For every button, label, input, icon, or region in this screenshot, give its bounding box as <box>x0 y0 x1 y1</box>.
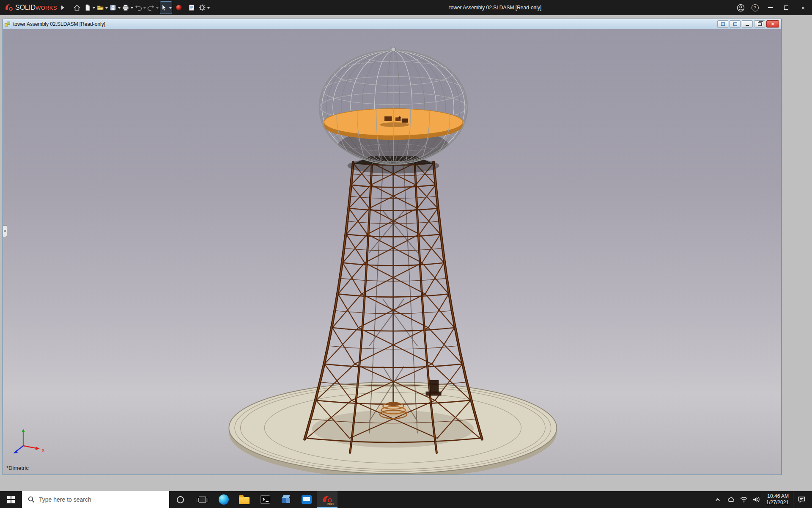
close-icon: × <box>801 4 805 11</box>
network-icon <box>740 497 748 502</box>
taskbar-search[interactable] <box>22 491 169 508</box>
pane-icon <box>733 22 737 26</box>
show-desktop-button[interactable] <box>810 491 812 508</box>
task-view-icon <box>199 497 206 502</box>
mdi-background: tower Assembly 02.SLDASM [Read-only] × <box>0 15 812 491</box>
panel-tab-dot-icon <box>4 230 6 232</box>
doc-minimize-button[interactable] <box>742 20 753 28</box>
start-button[interactable] <box>0 491 22 508</box>
windows-logo-icon <box>7 496 15 503</box>
tray-cloud-button[interactable] <box>725 491 738 508</box>
doc-close-button[interactable]: × <box>766 20 779 28</box>
app-minimize-button[interactable] <box>762 0 778 15</box>
dome-cage <box>319 47 467 166</box>
taskbar-app-solidworks[interactable]: 2021 <box>317 491 337 508</box>
new-document-dropdown-icon[interactable] <box>93 7 95 10</box>
user-account-button[interactable] <box>733 0 748 15</box>
3d-model-view[interactable] <box>3 29 781 475</box>
action-center-button[interactable] <box>793 491 810 508</box>
file-properties-button[interactable] <box>186 1 198 14</box>
redo-icon <box>147 4 155 11</box>
app-close-button[interactable]: × <box>794 0 812 15</box>
solidworks-app-icon: 2021 <box>321 494 333 505</box>
save-icon <box>109 4 117 11</box>
solidworks-titlebar: SOLIDWORKS <box>0 0 812 15</box>
open-folder-icon <box>96 4 104 11</box>
select-button[interactable] <box>160 1 172 14</box>
maximize-icon <box>784 6 788 10</box>
options-button[interactable] <box>198 1 210 14</box>
solidworks-year-badge: 2021 <box>327 502 334 505</box>
taskbar-app-terminal[interactable] <box>255 491 275 508</box>
brand-solid: SOLID <box>15 4 36 11</box>
file-explorer-icon <box>239 497 250 504</box>
doc-pane-button-2[interactable] <box>730 20 741 28</box>
minimize-icon <box>746 25 749 26</box>
close-icon: × <box>771 21 774 27</box>
doc-pane-button-1[interactable] <box>717 20 728 28</box>
chevron-up-icon <box>716 498 720 502</box>
home-icon <box>73 4 81 11</box>
cube-app-icon <box>281 495 291 504</box>
taskbar-app-cube[interactable] <box>275 491 296 508</box>
save-dropdown-icon[interactable] <box>118 7 121 10</box>
taskbar-app-edge[interactable] <box>213 491 234 508</box>
terminal-icon <box>260 495 270 504</box>
doc-restore-button[interactable] <box>754 20 765 28</box>
tray-volume-button[interactable] <box>750 491 763 508</box>
volume-icon <box>753 497 760 502</box>
dassault-logo-icon <box>4 3 14 12</box>
document-window: tower Assembly 02.SLDASM [Read-only] × <box>3 19 782 475</box>
redo-button[interactable] <box>147 1 159 14</box>
undo-button[interactable] <box>134 1 146 14</box>
view-orientation-label: *Dimetric <box>6 465 29 471</box>
cortana-button[interactable] <box>169 491 191 508</box>
edge-browser-icon <box>219 494 229 505</box>
window-app-icon <box>302 495 312 504</box>
gear-icon <box>198 4 206 11</box>
pane-icon <box>721 22 725 26</box>
tray-expand-button[interactable] <box>712 491 725 508</box>
clock-time: 10:46 AM <box>767 493 789 500</box>
user-account-icon <box>737 4 745 12</box>
print-button[interactable] <box>122 1 134 14</box>
help-button[interactable]: ? <box>748 0 762 15</box>
cloud-icon <box>727 497 735 502</box>
red-sphere-icon <box>176 4 182 11</box>
menu-flyout-arrow-icon[interactable] <box>61 6 66 10</box>
select-dropdown-icon[interactable] <box>169 7 172 10</box>
taskbar-clock[interactable]: 10:46 AM 1/27/2021 <box>763 493 793 506</box>
app-maximize-button[interactable] <box>778 0 794 15</box>
collapsed-panel-tab[interactable] <box>3 225 7 237</box>
taskbar-search-input[interactable] <box>39 496 149 503</box>
open-dropdown-icon[interactable] <box>105 7 108 10</box>
open-button[interactable] <box>96 1 108 14</box>
undo-icon <box>134 4 142 11</box>
select-arrow-icon <box>160 4 168 11</box>
dome-finial <box>391 47 396 52</box>
task-view-button[interactable] <box>191 491 213 508</box>
help-icon: ? <box>752 4 759 11</box>
print-dropdown-icon[interactable] <box>131 7 133 10</box>
red-sphere-button[interactable] <box>173 1 185 14</box>
print-icon <box>122 4 129 11</box>
taskbar-app-file-explorer[interactable] <box>234 491 255 508</box>
graphics-viewport[interactable]: x *Dimetric <box>3 29 781 475</box>
new-document-button[interactable] <box>84 1 96 14</box>
brand-works: WORKS <box>36 5 57 11</box>
redo-dropdown-icon[interactable] <box>156 7 159 10</box>
document-titlebar[interactable]: tower Assembly 02.SLDASM [Read-only] × <box>3 19 781 29</box>
file-properties-icon <box>188 4 195 11</box>
tray-network-button[interactable] <box>738 491 750 508</box>
document-title: tower Assembly 02.SLDASM [Read-only] <box>13 21 105 27</box>
search-icon <box>28 496 35 503</box>
options-dropdown-icon[interactable] <box>207 7 210 10</box>
orientation-triad: x <box>9 424 51 460</box>
taskbar-app-window[interactable] <box>296 491 317 508</box>
window-title: tower Assembly 02.SLDASM [Read-only] <box>449 5 541 11</box>
cortana-icon <box>177 496 184 503</box>
undo-dropdown-icon[interactable] <box>143 7 146 10</box>
home-button[interactable] <box>71 1 83 14</box>
save-button[interactable] <box>109 1 121 14</box>
clock-date: 1/27/2021 <box>766 500 789 506</box>
